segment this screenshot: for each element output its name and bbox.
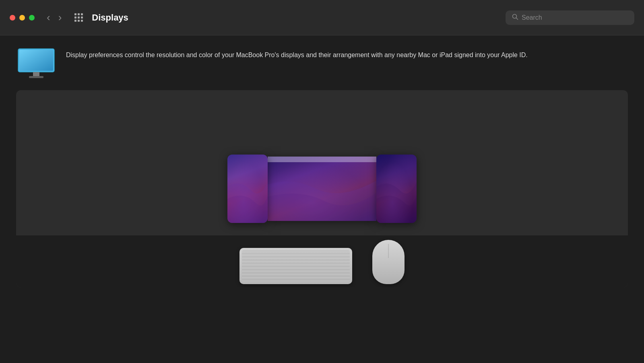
svg-line-1 xyxy=(516,18,518,19)
mouse xyxy=(372,240,405,284)
search-icon xyxy=(512,14,518,22)
wallpaper-waves-right xyxy=(376,155,417,223)
grid-icon xyxy=(74,13,83,22)
grid-view-button[interactable] xyxy=(72,12,85,23)
svg-rect-3 xyxy=(33,72,39,76)
chevron-right-icon: › xyxy=(58,11,62,24)
chevron-left-icon: ‹ xyxy=(47,11,50,24)
keyboard xyxy=(239,248,352,284)
main-content: Display preferences control the resoluti… xyxy=(0,35,644,363)
info-description: Display preferences control the resoluti… xyxy=(66,47,528,60)
minimize-button[interactable] xyxy=(19,15,25,21)
wallpaper-waves-center xyxy=(268,157,376,221)
titlebar: ‹ › Displays xyxy=(0,0,644,35)
menu-bar-indicator xyxy=(268,157,376,162)
wallpaper-waves-left xyxy=(227,155,268,223)
close-button[interactable] xyxy=(10,15,15,21)
arrangement-area[interactable] xyxy=(16,90,628,287)
display-left[interactable] xyxy=(227,155,268,223)
display-right[interactable] xyxy=(376,155,417,223)
monitor-svg xyxy=(16,47,56,79)
display-icon xyxy=(16,47,56,79)
forward-button[interactable]: › xyxy=(56,10,64,25)
search-input[interactable] xyxy=(522,14,628,21)
display-center[interactable] xyxy=(268,157,376,221)
window-controls xyxy=(10,15,35,21)
maximize-button[interactable] xyxy=(29,15,35,21)
nav-buttons: ‹ › xyxy=(44,10,64,25)
info-section: Display preferences control the resoluti… xyxy=(16,47,628,79)
back-button[interactable]: ‹ xyxy=(44,10,53,25)
search-bar[interactable] xyxy=(506,10,634,25)
svg-rect-5 xyxy=(19,50,53,71)
svg-rect-4 xyxy=(29,76,43,78)
displays-container xyxy=(227,155,417,223)
page-title: Displays xyxy=(92,12,506,23)
